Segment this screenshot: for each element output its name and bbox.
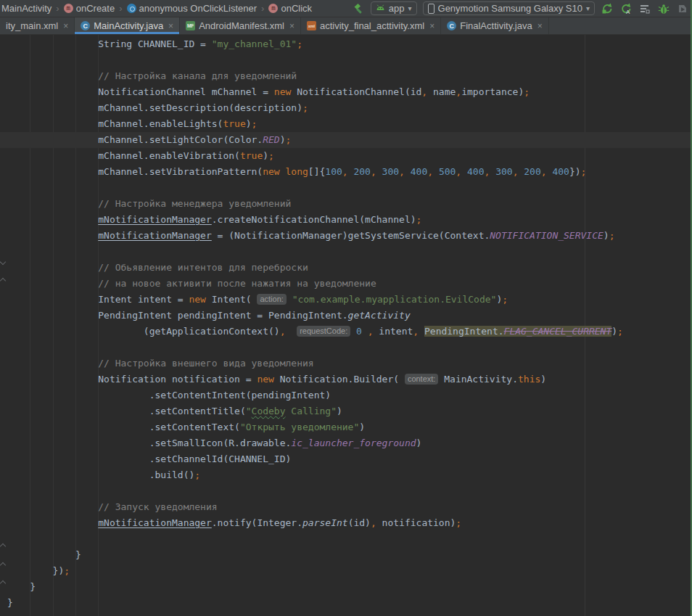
tab-label: AndroidManifest.xml [199,20,284,31]
close-icon[interactable]: × [429,21,434,31]
code-line [7,483,692,499]
code-line: Notification notification = new Notifica… [7,371,692,387]
breadcrumb-label: anonymous OnClickListener [139,3,258,14]
editor-gutter [0,35,7,616]
android-studio-window: MainActivity›monCreate›anonymous OnClick… [0,0,692,616]
tab-FinalActtivity.java[interactable]: CFinalActtivity.java× [441,17,548,34]
fold-marker-icon[interactable] [0,562,6,568]
breadcrumb-label: onClick [281,3,312,14]
code-area: String CHANNEL_ID = "my_channel_01"; // … [7,36,692,611]
code-line: .setContentIntent(pendingIntent) [7,387,692,403]
chevron-down-icon: ▾ [408,4,412,12]
tab-AndroidManifest.xml[interactable]: MFAndroidManifest.xml× [180,17,301,34]
breadcrumb-item[interactable]: monCreate [62,3,116,14]
code-line: mChannel.setDescription(description); [7,100,692,116]
class-file-icon: C [81,21,90,30]
editor-tab-bar: ity_main.xml×CMainActivity.java×MFAndroi… [0,17,692,35]
breadcrumb-item[interactable]: MainActivity [0,3,53,14]
code-line: String CHANNEL_ID = "my_channel_01"; [7,36,692,52]
run-configuration-label: app [389,3,405,14]
code-line: // на новое активити после нажатия на ув… [7,276,692,292]
code-line: .setChannelId(CHANNEL_ID) [7,451,692,467]
close-icon[interactable]: × [63,21,68,31]
chevron-down-icon: ▾ [586,4,590,12]
code-line [7,531,692,547]
close-icon[interactable]: × [168,21,173,31]
code-line: Intent intent = new Intent( action: "com… [7,292,692,308]
toolbar-actions: app ▾ Genymotion Samsung Galaxy S10 ▾ [352,0,689,17]
code-line: (getApplicationContext(), requestCode: 0… [7,324,692,340]
close-icon[interactable]: × [289,21,294,31]
tab-activity_final_acttivity.xml[interactable]: xmlactivity_final_acttivity.xml× [301,17,441,34]
code-line [7,180,692,196]
navigation-toolbar: MainActivity›monCreate›anonymous OnClick… [0,0,692,17]
device-select[interactable]: Genymotion Samsung Galaxy S10 ▾ [423,1,595,15]
method-icon: m [64,4,73,13]
code-line: .setContentText("Открыть уведомление") [7,419,692,435]
apply-code-changes-icon[interactable]: A [619,2,633,15]
fold-marker-icon[interactable] [0,580,6,586]
fold-marker-icon[interactable] [0,259,6,265]
code-line: mNotificationManager.createNotificationC… [7,212,692,228]
profiler-icon[interactable] [638,2,651,15]
code-line: mNotificationManager.notify(Integer.pars… [7,515,692,531]
code-line: // Настройка внешнего вида уведомления [7,356,692,371]
code-line: PendingIntent pendingIntent = PendingInt… [7,308,692,324]
code-line [7,340,692,356]
code-line: } [7,547,692,563]
code-line: mChannel.enableLights(true); [7,116,692,132]
code-line: mChannel.enableVibration(true); [7,148,692,164]
build-hammer-icon[interactable] [352,2,365,15]
tab-ity_main.xml[interactable]: ity_main.xml× [0,17,75,34]
code-line [7,244,692,260]
xml-file-file-icon: xml [307,21,316,30]
attach-profiler-icon[interactable] [676,2,689,15]
phone-icon [428,4,434,14]
anonymous-class-icon [127,4,136,13]
tab-MainActivity.java[interactable]: CMainActivity.java× [75,17,180,34]
tab-label: MainActivity.java [94,20,163,31]
code-line: } [7,595,692,611]
code-line: mChannel.setVibrationPattern(new long[]{… [7,164,692,180]
device-label: Genymotion Samsung Galaxy S10 [438,3,582,14]
breadcrumb-label: onCreate [76,3,115,14]
manifest-file-icon: MF [186,21,195,30]
tab-label: activity_final_acttivity.xml [320,20,424,31]
code-line: .setSmallIcon(R.drawable.ic_launcher_for… [7,435,692,451]
breadcrumb-separator-icon: › [56,3,59,14]
breadcrumb-label: MainActivity [1,3,52,14]
breadcrumb-item[interactable]: anonymous OnClickListener [125,3,259,14]
code-line: // Запуск уведомления [7,499,692,515]
svg-text:A: A [626,8,630,15]
code-editor[interactable]: String CHANNEL_ID = "my_channel_01"; // … [0,35,692,616]
method-icon: m [268,4,278,13]
android-icon [376,4,385,13]
breadcrumb-item[interactable]: monClick [267,3,313,14]
debug-icon[interactable] [657,2,670,15]
fold-marker-icon[interactable] [0,278,6,284]
code-line [7,52,692,68]
code-line: }); [7,563,692,579]
tab-label: FinalActtivity.java [460,20,532,31]
code-line-caret: mChannel.setLightColor(Color.RED); [7,132,692,148]
code-line: mNotificationManager = (NotificationMana… [7,228,692,244]
tab-label: ity_main.xml [6,20,58,31]
code-line: NotificationChannel mChannel = new Notif… [7,84,692,100]
breadcrumb-separator-icon: › [119,3,122,14]
code-line: .build(); [7,467,692,483]
code-line: // Обьявление интентов для переброски [7,260,692,276]
run-configuration-select[interactable]: app ▾ [371,1,417,15]
close-icon[interactable]: × [537,21,543,31]
code-line: } [7,579,692,595]
code-line: .setContentTitle("Codeby Calling") [7,403,692,419]
code-line: // Настройка канала для уведомлений [7,68,692,84]
breadcrumb-separator-icon: › [261,3,264,14]
code-line: // Настройка менеджера уведомлений [7,196,692,212]
class-file-icon: C [447,21,456,30]
apply-changes-restart-icon[interactable] [601,2,614,15]
fold-marker-icon[interactable] [0,543,6,549]
breadcrumb: MainActivity›monCreate›anonymous OnClick… [0,0,313,17]
